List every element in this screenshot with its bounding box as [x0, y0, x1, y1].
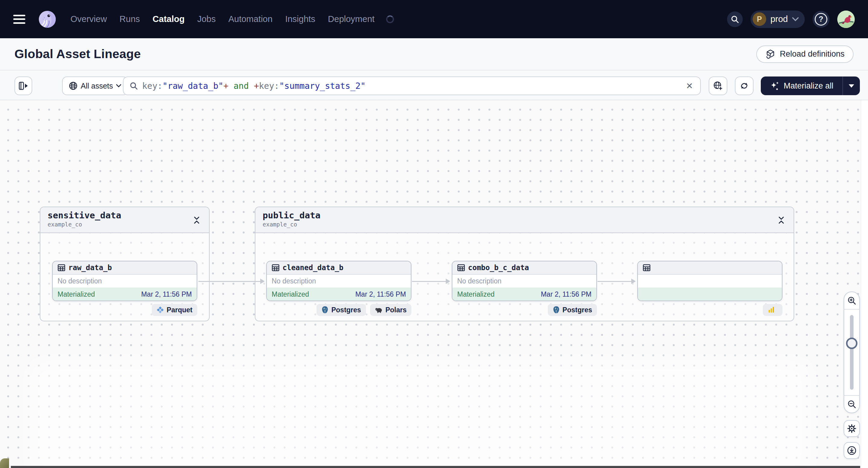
cardinal-bird-avatar-icon: [837, 10, 855, 28]
clear-search-button[interactable]: ✕: [685, 81, 694, 91]
materialization-timestamp: Mar 2, 11:56 PM: [355, 290, 406, 299]
zoom-slider-track[interactable]: [850, 315, 854, 390]
deployment-label: prod: [770, 14, 788, 24]
dagster-logo[interactable]: [38, 10, 57, 29]
user-avatar[interactable]: [837, 10, 855, 28]
reload-definitions-button[interactable]: Reload definitions: [756, 45, 854, 63]
minimap-edge: [11, 466, 860, 468]
asset-node-combo-b-c-data[interactable]: combo_b_c_data No description Materializ…: [452, 261, 597, 301]
download-image-button[interactable]: [844, 442, 860, 459]
nav-item-automation[interactable]: Automation: [228, 14, 273, 24]
download-icon: [847, 446, 857, 455]
asset-description: No description: [453, 275, 596, 288]
asset-status-row: Materialized Mar 2, 11:56 PM: [267, 288, 411, 301]
globe-icon: [69, 81, 78, 90]
kind-tag-parquet[interactable]: Parquet: [152, 304, 197, 316]
zoom-slider-thumb[interactable]: [846, 338, 858, 349]
refresh-graph-button[interactable]: [735, 76, 753, 95]
search-query-value: key:"raw_data_b"+ and +key:"summary_stat…: [142, 81, 681, 91]
zoom-out-icon: [847, 400, 856, 409]
postgres-icon: [553, 306, 560, 314]
materialization-timestamp: Mar 2, 11:56 PM: [141, 290, 192, 299]
postgres-icon: [321, 306, 329, 314]
query-token: key:: [259, 81, 279, 91]
collapse-vertical-icon: [778, 216, 784, 224]
query-token: "summary_stats_2": [279, 81, 366, 91]
asset-card-header: [638, 261, 782, 275]
title-bar: Global Asset Lineage Reload definitions: [0, 38, 868, 70]
asset-scope-dropdown[interactable]: All assets: [62, 76, 128, 95]
group-repo: example_co: [262, 221, 786, 228]
nav-item-insights[interactable]: Insights: [285, 14, 315, 24]
refresh-icon: [739, 81, 749, 91]
zoom-in-button[interactable]: [844, 292, 859, 310]
nav-left: Overview Runs Catalog Jobs Automation In…: [13, 10, 394, 29]
open-sidebar-panel-button[interactable]: [14, 76, 32, 95]
help-button[interactable]: ?: [813, 11, 830, 28]
powerbi-icon: [768, 306, 775, 313]
group-name: public_data: [262, 210, 786, 220]
nav-search-button[interactable]: [727, 11, 743, 27]
kind-tag-label: Postgres: [331, 306, 361, 314]
kind-tags-cleaned-data-b: Postgres Polars: [266, 304, 411, 316]
scrollbar-track[interactable]: [861, 100, 868, 468]
asset-node-raw-data-b[interactable]: raw_data_b No description Materialized M…: [52, 261, 197, 301]
group-header: sensitive_data example_co: [40, 207, 209, 233]
asset-status-row: Materialized Mar 2, 11:56 PM: [53, 288, 197, 301]
parquet-icon: [157, 306, 164, 313]
kind-tags-combo-b-c-data: Postgres: [452, 304, 597, 316]
page-title: Global Asset Lineage: [14, 47, 141, 61]
caret-down-icon: [849, 84, 854, 88]
deployment-switcher[interactable]: P prod: [750, 10, 805, 28]
kind-tag-postgres[interactable]: Postgres: [316, 304, 366, 316]
lineage-edge: [198, 281, 261, 282]
zoom-out-button[interactable]: [844, 395, 859, 413]
asset-description: No description: [53, 275, 197, 288]
kind-tags-raw-data-b: Parquet: [52, 304, 197, 316]
nav-item-jobs[interactable]: Jobs: [197, 14, 216, 24]
asset-card-header: cleaned_data_b: [267, 261, 411, 275]
query-token: and: [228, 81, 254, 91]
nav-item-deployment[interactable]: Deployment: [328, 14, 375, 24]
sparkles-icon: [770, 81, 780, 91]
query-token: +: [223, 81, 228, 91]
asset-name: raw_data_b: [68, 263, 112, 272]
top-nav: Overview Runs Catalog Jobs Automation In…: [0, 0, 868, 38]
collapse-group-button[interactable]: [776, 214, 787, 226]
materialize-options-button[interactable]: [842, 76, 860, 95]
materialize-all-button[interactable]: Materialize all: [761, 76, 842, 95]
zoom-control: [844, 291, 860, 413]
add-scope-button[interactable]: [709, 76, 727, 95]
graph-settings-button[interactable]: [844, 420, 860, 437]
hamburger-menu-button[interactable]: [13, 15, 25, 24]
asset-node-cleaned-data-b[interactable]: cleaned_data_b No description Materializ…: [266, 261, 411, 301]
kind-tag-label: Parquet: [166, 306, 192, 314]
nav-item-overview[interactable]: Overview: [70, 14, 107, 24]
asset-name: combo_b_c_data: [468, 263, 529, 272]
gear-icon: [847, 424, 857, 433]
kind-tag-powerbi[interactable]: [763, 304, 782, 316]
canvas-highlight-region: [27, 358, 813, 468]
asset-status-row: [638, 288, 782, 301]
dagster-app: Overview Runs Catalog Jobs Automation In…: [0, 0, 868, 468]
lineage-canvas[interactable]: sensitive_data example_co public_data ex…: [0, 100, 868, 468]
kind-tags-summary-stats-2: [637, 304, 782, 316]
group-repo: example_co: [48, 221, 202, 228]
collapse-group-button[interactable]: [191, 214, 203, 226]
group-header: public_data example_co: [255, 207, 794, 233]
asset-node-summary-stats-2[interactable]: [637, 261, 782, 301]
table-icon: [457, 264, 465, 272]
lineage-edge: [597, 281, 632, 282]
zoom-slider[interactable]: [844, 310, 859, 395]
status-badge: Materialized: [457, 290, 495, 299]
kind-tag-postgres[interactable]: Postgres: [548, 304, 597, 316]
asset-search-input[interactable]: key:"raw_data_b"+ and +key:"summary_stat…: [123, 76, 701, 95]
table-icon: [58, 264, 65, 272]
group-name: sensitive_data: [48, 210, 202, 220]
nav-item-runs[interactable]: Runs: [120, 14, 140, 24]
kind-tag-polars[interactable]: Polars: [370, 304, 411, 316]
query-token: key:: [142, 81, 162, 91]
primary-nav: Overview Runs Catalog Jobs Automation In…: [70, 14, 375, 24]
query-token: "raw_data_b": [162, 81, 223, 91]
nav-item-catalog[interactable]: Catalog: [153, 14, 185, 24]
